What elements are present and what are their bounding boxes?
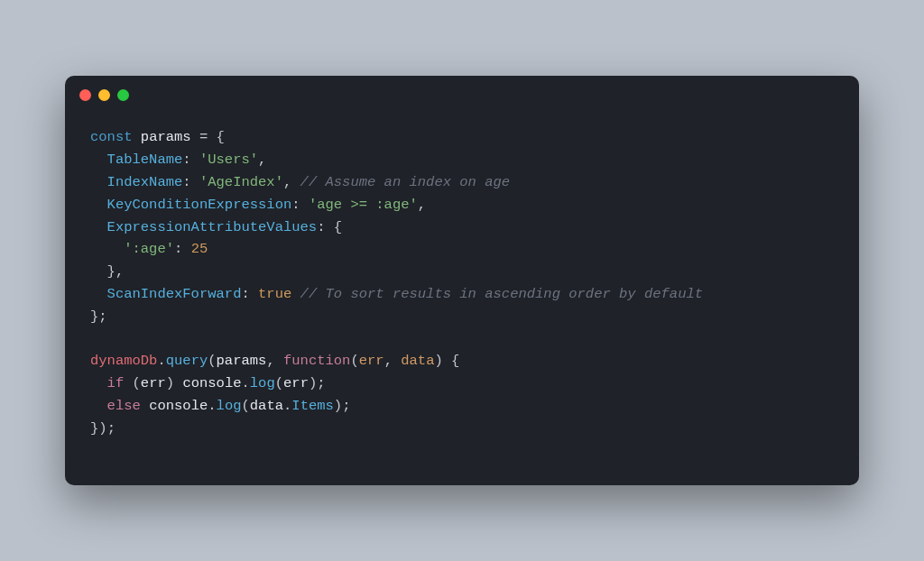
- close-icon[interactable]: [79, 89, 91, 101]
- param-err: err: [359, 353, 384, 369]
- bool-true: true: [258, 286, 291, 302]
- identifier-console: console: [182, 375, 241, 391]
- code-content: const params = { TableName: 'Users', Ind…: [65, 101, 859, 484]
- prop-scanindexforward: ScanIndexForward: [107, 286, 242, 302]
- prop-eav: ExpressionAttributeValues: [107, 219, 318, 235]
- comment-index: // Assume an index on age: [300, 174, 511, 190]
- prop-tablename: TableName: [107, 152, 183, 168]
- string-keycond: 'age >= :age': [309, 197, 418, 213]
- prop-indexname: IndexName: [107, 174, 183, 190]
- string-agekey: ':age': [124, 241, 174, 257]
- prop-keycondition: KeyConditionExpression: [107, 197, 292, 213]
- minimize-icon[interactable]: [98, 89, 110, 101]
- string-ageindex: 'AgeIndex': [199, 174, 283, 190]
- keyword-else: else: [107, 398, 141, 414]
- method-log: log: [250, 375, 275, 391]
- identifier-params: params: [141, 129, 191, 145]
- prop-items: Items: [291, 398, 334, 414]
- param-data: data: [401, 353, 434, 369]
- string-users: 'Users': [199, 152, 258, 168]
- keyword-if: if: [107, 375, 125, 391]
- code-window: const params = { TableName: 'Users', Ind…: [65, 76, 859, 484]
- window-titlebar: [65, 76, 859, 101]
- maximize-icon[interactable]: [117, 89, 129, 101]
- keyword-function: function: [283, 353, 350, 369]
- number-25: 25: [191, 241, 208, 257]
- comment-sort: // To sort results in ascending order by…: [300, 286, 703, 302]
- keyword-const: const: [90, 129, 133, 145]
- identifier-dynamodb: dynamoDb: [90, 353, 157, 369]
- method-query: query: [166, 353, 208, 369]
